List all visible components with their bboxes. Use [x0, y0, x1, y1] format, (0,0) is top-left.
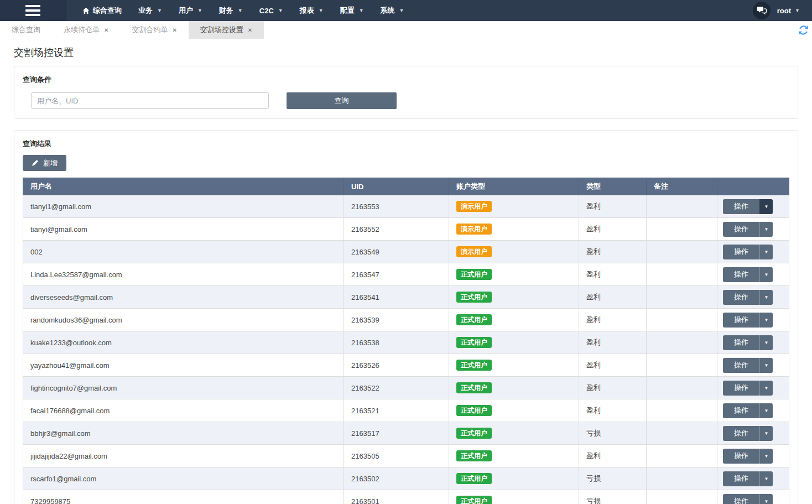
chevron-down-icon: ▼: [764, 318, 769, 323]
cell-username: jijidajijida22@gmail.com: [23, 445, 344, 467]
sidebar-toggle-button[interactable]: [0, 0, 66, 21]
action-dropdown-toggle[interactable]: ▼: [759, 199, 773, 214]
table-header-row: 用户名 UID 账户类型 类型 备注: [23, 178, 789, 195]
cell-account-type: 正式用户: [449, 286, 579, 309]
close-icon[interactable]: ✕: [172, 27, 176, 33]
cell-uid: 2163552: [344, 218, 449, 241]
action-dropdown-toggle[interactable]: ▼: [759, 313, 773, 328]
action-button[interactable]: 操作: [723, 245, 759, 259]
action-dropdown-toggle[interactable]: ▼: [759, 222, 773, 237]
action-button[interactable]: 操作: [723, 222, 759, 237]
nav-item-business[interactable]: 业务 ▼: [130, 0, 170, 21]
action-split-button: 操作▼: [723, 267, 773, 282]
action-dropdown-toggle[interactable]: ▼: [759, 449, 773, 464]
cell-uid: 2163505: [344, 445, 449, 467]
tab-label: 永续持仓单: [64, 25, 100, 35]
table-row: Linda.Lee32587@gmail.com2163547正式用户盈利操作▼: [23, 263, 789, 286]
home-icon: [82, 7, 90, 14]
action-button[interactable]: 操作: [723, 494, 759, 504]
action-split-button: 操作▼: [723, 245, 773, 259]
close-icon[interactable]: ✕: [248, 27, 252, 33]
account-type-badge: 正式用户: [456, 450, 492, 461]
nav-item-system[interactable]: 系统 ▼: [372, 0, 413, 21]
action-dropdown-toggle[interactable]: ▼: [759, 471, 773, 486]
action-button[interactable]: 操作: [723, 267, 759, 282]
column-header-uid: UID: [344, 178, 449, 195]
nav-item-label: C2C: [259, 7, 274, 15]
action-button[interactable]: 操作: [723, 471, 759, 486]
results-panel: 查询结果 新增 用户名 UID 账户类型 类型 备注: [14, 130, 798, 504]
account-type-badge: 正式用户: [456, 428, 492, 439]
chevron-down-icon: ▼: [764, 204, 769, 209]
hamburger-icon: [25, 3, 40, 18]
action-split-button: 操作▼: [723, 199, 773, 214]
tab-bar: 综合查询 永续持仓单 ✕ 交割合约单 ✕ 交割场控设置 ✕: [0, 21, 812, 39]
action-split-button: 操作▼: [723, 471, 773, 486]
action-dropdown-toggle[interactable]: ▼: [759, 358, 773, 373]
cell-type: 盈利: [579, 263, 647, 286]
nav-menu: 综合查询 业务 ▼ 用户 ▼ 财务 ▼ C2C ▼ 报表 ▼ 配置 ▼ 系统 ▼: [74, 0, 412, 21]
nav-item-finance[interactable]: 财务 ▼: [211, 0, 251, 21]
cell-uid: 2163541: [344, 286, 449, 309]
search-input[interactable]: [31, 92, 269, 109]
username-label: root: [777, 7, 791, 15]
chevron-down-icon: ▼: [764, 499, 769, 504]
chevron-down-icon: ▼: [157, 8, 162, 13]
nav-item-reports[interactable]: 报表 ▼: [292, 0, 332, 21]
chat-button[interactable]: [753, 2, 771, 19]
cell-actions: 操作▼: [717, 467, 789, 490]
account-type-badge: 正式用户: [456, 314, 492, 325]
action-dropdown-toggle[interactable]: ▼: [759, 267, 773, 282]
action-button[interactable]: 操作: [723, 403, 759, 418]
cell-username: yayazhou41@gmail.com: [23, 354, 344, 377]
tab-overview[interactable]: 综合查询: [0, 21, 52, 39]
add-button[interactable]: 新增: [23, 155, 66, 171]
cell-account-type: 正式用户: [449, 422, 579, 445]
refresh-button[interactable]: [799, 25, 808, 35]
chevron-down-icon: ▼: [197, 8, 202, 13]
cell-remark: [647, 399, 717, 422]
account-type-badge: 演示用户: [456, 224, 492, 235]
action-dropdown-toggle[interactable]: ▼: [759, 290, 773, 305]
action-button[interactable]: 操作: [723, 381, 759, 396]
action-dropdown-toggle[interactable]: ▼: [759, 245, 773, 259]
action-button[interactable]: 操作: [723, 426, 759, 441]
action-button[interactable]: 操作: [723, 335, 759, 350]
results-table-body: tianyi1@gmail.com2163553演示用户盈利操作▼tianyi@…: [23, 195, 789, 504]
cell-uid: 2163501: [344, 490, 449, 504]
cell-remark: [647, 490, 717, 504]
action-button[interactable]: 操作: [723, 290, 759, 305]
refresh-icon: [799, 25, 808, 35]
nav-item-overview[interactable]: 综合查询: [74, 0, 130, 21]
account-type-badge: 正式用户: [456, 269, 492, 280]
user-menu[interactable]: root ▼: [777, 7, 800, 15]
cell-actions: 操作▼: [717, 331, 789, 354]
query-panel: 查询条件 查询: [14, 66, 798, 119]
tab-delivery-control-settings[interactable]: 交割场控设置 ✕: [189, 21, 264, 39]
search-button[interactable]: 查询: [287, 92, 397, 109]
action-dropdown-toggle[interactable]: ▼: [759, 494, 773, 504]
nav-item-config[interactable]: 配置 ▼: [332, 0, 372, 21]
column-header-account-type: 账户类型: [449, 178, 579, 195]
action-split-button: 操作▼: [723, 222, 773, 237]
action-dropdown-toggle[interactable]: ▼: [759, 426, 773, 441]
action-button[interactable]: 操作: [723, 199, 759, 214]
action-button[interactable]: 操作: [723, 313, 759, 328]
nav-item-label: 综合查询: [93, 6, 122, 15]
nav-item-c2c[interactable]: C2C ▼: [251, 0, 292, 21]
cell-account-type: 演示用户: [449, 195, 579, 218]
table-row: randomkudos36@gmail.com2163539正式用户盈利操作▼: [23, 309, 789, 331]
action-button[interactable]: 操作: [723, 449, 759, 464]
tab-delivery-contracts[interactable]: 交割合约单 ✕: [120, 21, 188, 39]
action-dropdown-toggle[interactable]: ▼: [759, 381, 773, 396]
cell-type: 盈利: [579, 241, 647, 263]
cell-account-type: 正式用户: [449, 309, 579, 331]
close-icon[interactable]: ✕: [104, 27, 108, 33]
chevron-down-icon: ▼: [764, 363, 769, 368]
cell-actions: 操作▼: [717, 309, 789, 331]
action-dropdown-toggle[interactable]: ▼: [759, 335, 773, 350]
action-button[interactable]: 操作: [723, 358, 759, 373]
nav-item-users[interactable]: 用户 ▼: [170, 0, 211, 21]
action-dropdown-toggle[interactable]: ▼: [759, 403, 773, 418]
tab-perpetual-positions[interactable]: 永续持仓单 ✕: [52, 21, 120, 39]
